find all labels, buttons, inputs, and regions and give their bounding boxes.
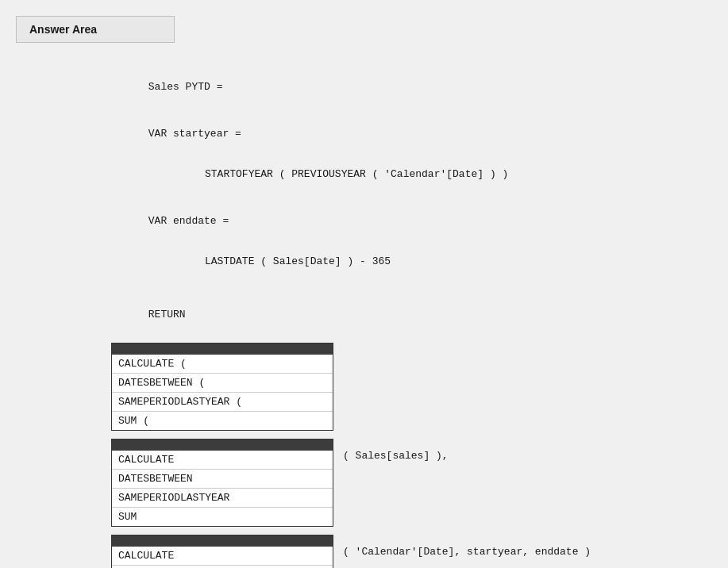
block1-item-4[interactable]: SUM ( — [112, 412, 333, 430]
drag-box-header-2 — [112, 439, 333, 451]
code-line-5: LASTDATE ( Sales[Date] ) - 365 — [111, 241, 728, 282]
drag-box-3[interactable]: CALCULATE DATESBETWEEN SAMEPERIODLASTYEA… — [111, 535, 333, 568]
block-group-2: CALCULATE DATESBETWEEN SAMEPERIODLASTYEA… — [111, 439, 728, 527]
answer-area-header: Answer Area — [16, 16, 175, 43]
block2-inline-text: ( Sales[sales] ), — [343, 439, 449, 462]
block3-inline-text: ( 'Calendar'[Date], startyear, enddate ) — [343, 535, 591, 558]
code-text-5: LASTDATE ( Sales[Date] ) - 365 — [180, 255, 391, 267]
block2-item-1[interactable]: CALCULATE — [112, 451, 333, 470]
code-text-3: STARTOFYEAR ( PREVIOUSYEAR ( 'Calendar'[… — [180, 168, 508, 180]
page-container: Answer Area Sales PYTD = VAR startyear =… — [0, 0, 728, 568]
code-line-1: Sales PYTD = — [111, 67, 728, 107]
block2-item-4[interactable]: SUM — [112, 508, 333, 526]
block1-item-3[interactable]: SAMEPERIODLASTYEAR ( — [112, 393, 333, 412]
drag-box-header-3 — [112, 535, 333, 547]
block2-item-2[interactable]: DATESBETWEEN — [112, 470, 333, 489]
code-text-4: VAR enddate = — [148, 215, 229, 227]
block3-item-1[interactable]: CALCULATE — [112, 547, 333, 566]
drag-box-1[interactable]: CALCULATE ( DATESBETWEEN ( SAMEPERIODLAS… — [111, 343, 333, 431]
block-group-1: CALCULATE ( DATESBETWEEN ( SAMEPERIODLAS… — [111, 343, 728, 431]
code-area: Sales PYTD = VAR startyear = STARTOFYEAR… — [111, 59, 728, 568]
code-line-2: VAR startyear = — [111, 113, 728, 154]
block2-item-3[interactable]: SAMEPERIODLASTYEAR — [112, 489, 333, 508]
answer-area-title: Answer Area — [29, 23, 97, 36]
return-label: RETURN — [148, 309, 186, 320]
code-text-1: Sales PYTD = — [148, 81, 223, 93]
code-line-4: VAR enddate = — [111, 201, 728, 241]
drag-box-2[interactable]: CALCULATE DATESBETWEEN SAMEPERIODLASTYEA… — [111, 439, 333, 527]
code-text-2: VAR startyear = — [148, 128, 241, 140]
block1-item-1[interactable]: CALCULATE ( — [112, 355, 333, 374]
return-line: RETURN — [111, 294, 728, 335]
block1-item-2[interactable]: DATESBETWEEN ( — [112, 374, 333, 393]
code-line-3: STARTOFYEAR ( PREVIOUSYEAR ( 'Calendar'[… — [111, 154, 728, 194]
drag-box-header-1 — [112, 343, 333, 355]
block-group-3: CALCULATE DATESBETWEEN SAMEPERIODLASTYEA… — [111, 535, 728, 568]
